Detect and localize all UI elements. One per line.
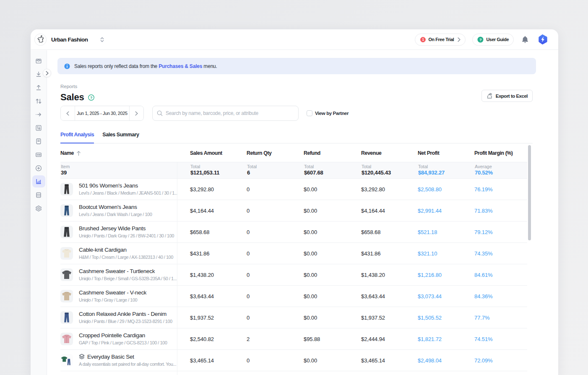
sticky-column-divider xyxy=(177,162,177,375)
product-name: Cashmere Sweater - V-neck xyxy=(79,289,146,296)
refund-cell: $0.00 xyxy=(304,179,361,200)
table-row[interactable]: Cable-knit Cardigan H&M / Top / Cream / … xyxy=(60,243,527,264)
column-header[interactable]: Name xyxy=(60,144,190,162)
revenue-cell: $1,937.52 xyxy=(361,307,418,328)
info-banner: Sales reports only reflect data from the… xyxy=(57,58,536,74)
workspace-logo[interactable] xyxy=(34,34,47,46)
sidebar-item-analytics[interactable] xyxy=(32,175,45,188)
net-profit-cell: $2,991.44 xyxy=(418,200,474,221)
sidebar-item-stocktake[interactable] xyxy=(32,122,45,134)
workspace-selector-icon[interactable] xyxy=(100,37,104,42)
table-row[interactable]: 501 90s Women's Jeans Levi's / Jeans / B… xyxy=(60,179,527,200)
items-box-icon xyxy=(35,57,42,65)
sidebar-item-stock-out[interactable] xyxy=(32,81,45,94)
product-thumbnail xyxy=(60,247,73,260)
product-thumbnail xyxy=(60,183,73,195)
return-qty-cell: 0 xyxy=(247,179,304,200)
column-header[interactable]: Sales Amount xyxy=(190,144,247,162)
product-attributes: Uniqlo / Top / Beige / Small / GS-532B-2… xyxy=(79,276,177,281)
table-row[interactable]: Cropped Pointelle Cardigan GAP / Top / P… xyxy=(60,328,527,350)
refund-cell: $0.00 xyxy=(304,286,361,307)
column-header-label: Return Qty xyxy=(247,150,272,156)
product-name: Bootcut Women's Jeans xyxy=(79,204,137,210)
notifications-bell-icon[interactable] xyxy=(522,36,528,43)
product-attributes: H&M / Top / Cream / Large / AX-1382313 /… xyxy=(79,255,173,260)
product-thumbnail xyxy=(60,268,73,281)
table-row[interactable]: Brushed Jersey Wide Pants Uniqlo / Pants… xyxy=(60,221,527,243)
table-row[interactable]: Cotton Relaxed Ankle Pants - Denim Uniql… xyxy=(60,307,527,328)
tab-profit-analysis[interactable]: Profit Analysis xyxy=(60,129,94,143)
column-header[interactable]: Refund xyxy=(304,144,361,162)
return-qty-cell: 0 xyxy=(247,264,304,285)
column-header[interactable]: Return Qty xyxy=(247,144,304,162)
sidebar-item-add-circle[interactable] xyxy=(32,162,45,174)
filters-row: Jun 1, 2025 - Jun 30, 2025 View by Partn… xyxy=(60,106,349,121)
tab-bar: Profit Analysis Sales Summary xyxy=(60,129,533,143)
sales-amount-cell: $658.68 xyxy=(190,221,247,242)
export-to-excel-button[interactable]: Export to Excel xyxy=(481,90,533,102)
analytics-icon xyxy=(35,178,42,185)
sidebar-item-settings-gear[interactable] xyxy=(32,202,45,214)
export-icon xyxy=(487,93,493,99)
sales-amount-cell: $3,292.80 xyxy=(190,179,247,200)
boxhero-brand-icon[interactable] xyxy=(538,34,547,44)
summary-cell: Average70.52% xyxy=(474,162,527,178)
summary-cell-label: Total xyxy=(190,164,242,169)
table-row[interactable]: Cashmere Sweater - Turtleneck Uniqlo / T… xyxy=(60,264,527,286)
column-header[interactable]: Profit Margin (%) xyxy=(474,144,527,162)
sidebar-item-items-box[interactable] xyxy=(32,55,45,67)
column-header-label: Sales Amount xyxy=(190,150,222,156)
table-row[interactable]: Bootcut Women's Jeans Levi's / Jeans / D… xyxy=(60,200,527,221)
user-guide-button[interactable]: ? User Guide xyxy=(472,34,514,46)
vertical-scrollbar-thumb[interactable] xyxy=(528,145,531,240)
tab-sales-summary[interactable]: Sales Summary xyxy=(102,129,139,143)
profit-margin-cell: 84.36% xyxy=(474,286,527,307)
top-bar: Urban Fashion 1 On Free Trial xyxy=(31,29,558,50)
purchases-sales-link[interactable]: Purchases & Sales xyxy=(159,63,202,69)
adjust-icon xyxy=(35,97,42,105)
net-profit-cell: $2,498.04 xyxy=(418,350,474,371)
summary-cell-label: Total xyxy=(418,164,470,169)
sidebar-expand-button[interactable] xyxy=(43,69,51,77)
workspace-name[interactable]: Urban Fashion xyxy=(51,36,88,43)
view-by-partner-checkbox[interactable]: View by Partner xyxy=(307,110,349,116)
net-profit-cell: $2,508.80 xyxy=(418,179,474,200)
sales-amount-cell: $431.86 xyxy=(190,243,247,264)
product-thumbnail xyxy=(60,311,73,324)
column-header[interactable]: Revenue xyxy=(361,144,418,162)
column-header-label: Name xyxy=(60,150,74,156)
summary-cell: Total$120,445.43 xyxy=(361,162,418,178)
checkbox-box[interactable] xyxy=(307,110,312,116)
net-profit-cell: $1,505.52 xyxy=(418,307,474,328)
revenue-cell: $431.86 xyxy=(361,243,418,264)
date-prev-button[interactable] xyxy=(61,106,75,120)
date-range-label[interactable]: Jun 1, 2025 - Jun 30, 2025 xyxy=(75,106,129,120)
table-row[interactable]: Cashmere Sweater - V-neck Uniqlo / Top /… xyxy=(60,286,527,307)
product-thumbnail xyxy=(60,333,73,345)
sales-amount-cell: $3,465.14 xyxy=(190,350,247,371)
return-qty-cell: 0 xyxy=(247,243,304,264)
summary-cell-value: $84,932.27 xyxy=(418,169,470,176)
return-qty-cell: 0 xyxy=(247,221,304,242)
product-attributes: Uniqlo / Pants / Blue / 29 / MQ-23-1523-… xyxy=(79,319,172,324)
table-row[interactable]: Everyday Basic Set A daily essentials se… xyxy=(60,350,527,371)
net-profit-cell: $1,821.72 xyxy=(418,328,474,349)
sales-help-icon[interactable]: ? xyxy=(88,94,94,101)
profit-margin-cell: 72.09% xyxy=(474,350,527,371)
profit-margin-cell: 74.35% xyxy=(474,243,527,264)
product-name-cell: Brushed Jersey Wide Pants Uniqlo / Pants… xyxy=(60,221,190,242)
sidebar-item-move[interactable] xyxy=(32,108,45,120)
search-input[interactable] xyxy=(166,110,294,116)
free-trial-button[interactable]: 1 On Free Trial xyxy=(415,34,466,46)
summary-cell-label: Total xyxy=(362,164,414,169)
sidebar-item-adjust[interactable] xyxy=(32,95,45,107)
sidebar-item-data-rows[interactable] xyxy=(32,189,45,201)
column-header[interactable]: Net Profit xyxy=(418,144,474,162)
sidebar-item-barcode[interactable] xyxy=(32,148,45,161)
sidebar-item-transactions[interactable] xyxy=(32,135,45,147)
breadcrumb: Reports xyxy=(60,84,94,89)
date-next-button[interactable] xyxy=(129,106,143,120)
help-circle-icon: ? xyxy=(477,36,484,43)
product-name-cell: Cable-knit Cardigan H&M / Top / Cream / … xyxy=(60,243,190,264)
column-header-label: Refund xyxy=(304,150,320,156)
